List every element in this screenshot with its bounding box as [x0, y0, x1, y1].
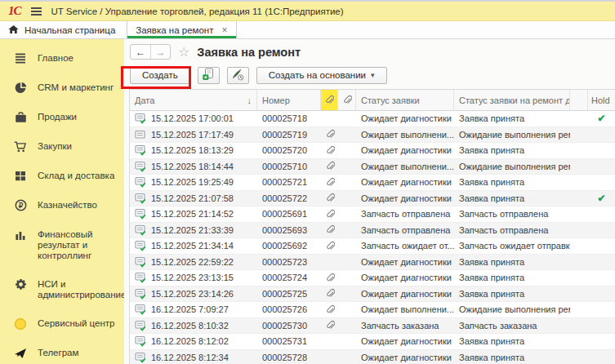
toolbar: Создать Создать на основании ▾: [124, 61, 615, 89]
navigation-row: ← → ☆ Заявка на ремонт: [124, 39, 615, 61]
table-row[interactable]: 15.12.2025 22:59:22 000025723 Ожидает ди…: [130, 255, 615, 271]
briefcase-icon: [14, 111, 27, 123]
table-row[interactable]: 15.12.2025 18:14:44 000025710 Ожидает вы…: [130, 159, 615, 175]
pen-clock-icon: [231, 68, 244, 82]
table-row[interactable]: 15.12.2025 17:00:01 000025718 Ожидает ди…: [130, 111, 615, 127]
cell-client-status: Заявка принята: [454, 289, 570, 299]
cell-status: Ожидает диагностики: [356, 257, 454, 267]
warehouse-grid-icon: [14, 170, 27, 182]
create-based-on-button[interactable]: Создать на основании ▾: [256, 67, 387, 84]
posted-document-icon: [135, 240, 147, 251]
main-menu-icon[interactable]: [31, 7, 42, 16]
column-header-status[interactable]: Статус заявки: [356, 90, 454, 110]
sidebar-item-финансовый-результат-и-контроллинг[interactable]: Финансовый результат и контроллинг: [0, 220, 124, 270]
table-row[interactable]: 16.12.2025 8:12:02 000025731 Ожидает диа…: [130, 334, 615, 350]
posted-document-icon: [135, 352, 147, 363]
column-header-blank[interactable]: [570, 90, 588, 110]
posted-document-icon: [135, 176, 147, 188]
tab-close-icon[interactable]: ×: [222, 24, 228, 36]
cell-date-text: 15.12.2025 23:13:15: [151, 273, 234, 282]
posted-document-icon: [135, 113, 147, 124]
table-row[interactable]: 15.12.2025 18:13:29 000025720 Ожидает ди…: [130, 143, 615, 159]
cell-attachment: [321, 208, 338, 220]
copy-document-button[interactable]: [198, 67, 220, 84]
table-row[interactable]: 15.12.2025 17:17:49 000025719 Ожидает вы…: [130, 127, 615, 144]
cell-date: 15.12.2025 18:14:44: [130, 161, 257, 172]
table-row[interactable]: 16.12.2025 7:09:27 000025726 Ожидает вып…: [130, 302, 615, 318]
table-row[interactable]: 15.12.2025 21:14:52 000025691 Запчасть о…: [130, 206, 615, 223]
table-row[interactable]: 16.12.2025 8:12:34 000025728 Ожидает диа…: [130, 350, 615, 364]
svg-text:₽: ₽: [18, 202, 23, 210]
cell-hold: ✔: [588, 193, 615, 204]
column-header-hold[interactable]: Hold: [588, 90, 615, 110]
paperclip-icon: [325, 192, 335, 204]
cell-date-text: 16.12.2025 7:09:27: [151, 304, 229, 314]
cell-date-text: 15.12.2025 22:59:22: [151, 257, 234, 267]
cell-date: 15.12.2025 23:13:15: [130, 272, 257, 283]
gear-icon: [14, 278, 27, 291]
column-header-attachment[interactable]: [338, 90, 356, 110]
column-header-client-status[interactable]: Статус заявки на ремонт для кл...: [454, 90, 570, 110]
active-tab-underline: [127, 36, 235, 38]
cell-attachment: [321, 287, 338, 300]
sort-descending-icon: ↓: [247, 95, 252, 105]
create-based-on-label: Создать на основании: [269, 70, 366, 80]
cell-status: Ожидает диагностики: [356, 113, 454, 123]
back-button[interactable]: ←: [131, 45, 150, 59]
favorite-star-icon[interactable]: ☆: [178, 46, 189, 59]
cell-status: Ожидает диагностики: [356, 336, 454, 346]
cell-date-text: 15.12.2025 23:14:26: [151, 289, 234, 299]
sidebar-item-сервисный-центр[interactable]: Сервисный центр: [0, 309, 124, 339]
unposted-document-icon: [135, 129, 147, 140]
tab-repair-request[interactable]: Заявка на ремонт ×: [127, 21, 236, 38]
sidebar-item-закупки[interactable]: Закупки: [0, 132, 124, 162]
sidebar-item-телеграм[interactable]: Телеграм: [0, 339, 124, 364]
cell-attachment: [321, 192, 338, 204]
forward-button[interactable]: →: [150, 45, 170, 59]
table-row[interactable]: 16.12.2025 8:10:32 000025730 Запчасть за…: [130, 318, 615, 335]
cell-status: Ожидает диагностики: [356, 289, 454, 299]
page-title: Заявка на ремонт: [197, 46, 301, 59]
cell-date-text: 15.12.2025 17:17:49: [151, 130, 234, 140]
table-row[interactable]: 15.12.2025 21:33:39 000025693 Запчасть о…: [130, 223, 615, 239]
tab-label: Заявка на ремонт: [136, 25, 213, 35]
table-row[interactable]: 15.12.2025 23:13:15 000025724 Ожидает ди…: [130, 270, 615, 286]
sidebar-item-главное[interactable]: Главное: [0, 44, 124, 73]
sidebar-item-нси-и-администрирование[interactable]: НСИ и администрирование: [0, 270, 124, 309]
cell-client-status: Ожидание выполнения ремонта: [454, 130, 570, 140]
cell-client-status: Заявка принята: [454, 257, 570, 267]
create-button[interactable]: Создать: [130, 67, 190, 84]
sidebar-item-label: НСИ и администрирование: [38, 279, 124, 300]
table-row[interactable]: 15.12.2025 21:07:58 000025722 Ожидает ди…: [130, 191, 615, 207]
sidebar-item-продажи[interactable]: Продажи: [0, 103, 124, 132]
cell-attachment: [321, 128, 338, 140]
sidebar-item-label: Телеграм: [38, 348, 78, 358]
cell-attachment: [321, 144, 338, 157]
cell-number: 000025730: [257, 321, 321, 331]
set-interval-button[interactable]: [227, 67, 249, 84]
cell-status: Ожидает выполнени...: [356, 130, 454, 140]
cell-date: 15.12.2025 21:34:14: [130, 240, 257, 251]
cell-hold: ✔: [588, 113, 615, 124]
cell-client-status: Запчасть отправлена: [454, 209, 570, 219]
cell-attachment: [321, 160, 338, 172]
paperclip-icon: [325, 224, 335, 236]
column-header-attachment-highlighted[interactable]: [321, 90, 338, 110]
cell-number: 000025722: [257, 193, 321, 203]
sidebar-item-казначейство[interactable]: ₽ Казначейство: [0, 191, 124, 220]
table-row[interactable]: 15.12.2025 21:34:14 000025692 Запчасть о…: [130, 238, 615, 255]
tab-home[interactable]: Начальная страница: [0, 21, 127, 38]
table-row[interactable]: 15.12.2025 23:14:26 000025725 Ожидает ди…: [130, 286, 615, 303]
posted-document-icon: [135, 144, 147, 156]
cell-attachment: [321, 304, 338, 316]
cell-date-text: 16.12.2025 8:12:02: [151, 336, 229, 346]
cell-status: Запчасть ожидает от...: [356, 241, 454, 251]
sidebar-item-склад-и-доставка[interactable]: Склад и доставка: [0, 162, 124, 191]
column-header-number[interactable]: Номер: [257, 90, 321, 110]
column-header-date[interactable]: Дата ↓: [130, 90, 257, 110]
sidebar-item-crm-и-маркетинг[interactable]: CRM и маркетинг: [0, 73, 124, 103]
cell-status: Ожидает диагностики: [356, 193, 454, 203]
table-row[interactable]: 15.12.2025 19:25:49 000025721 Ожидает ди…: [130, 175, 615, 191]
table-body: 15.12.2025 17:00:01 000025718 Ожидает ди…: [130, 111, 615, 364]
cell-number: 000025724: [257, 273, 321, 282]
